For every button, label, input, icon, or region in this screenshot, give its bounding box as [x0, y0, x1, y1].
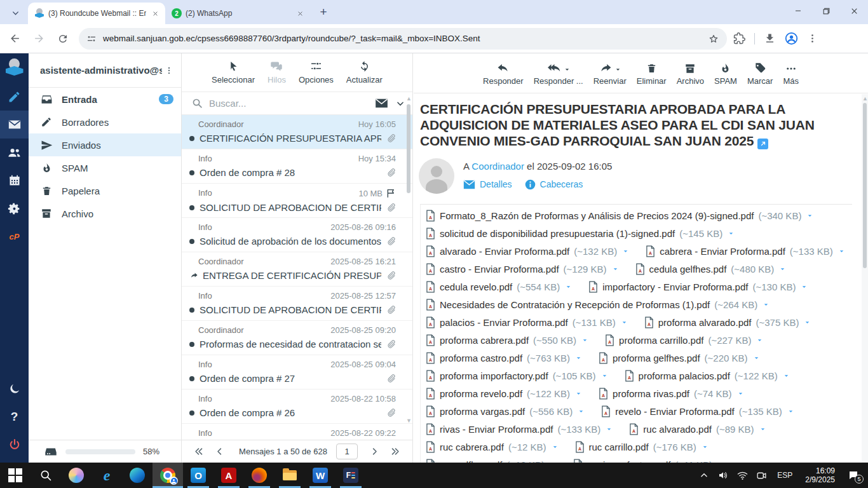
site-info-icon[interactable]: [86, 34, 97, 44]
attachment-menu-icon[interactable]: [581, 337, 588, 344]
attachment-name[interactable]: proforma imporfactory.pdf: [440, 370, 548, 381]
attachment-menu-icon[interactable]: [622, 248, 629, 255]
tab-whatsapp[interactable]: 2 (2) WhatsApp: [165, 3, 310, 24]
details-toggle[interactable]: Detalles: [463, 179, 512, 189]
attachment-item[interactable]: Aproforma vargas.pdf(~556 KB): [426, 405, 585, 418]
attachment-menu-icon[interactable]: [728, 230, 735, 237]
attachment-name[interactable]: proforma palacios.pdf: [639, 370, 730, 381]
attachment-name[interactable]: proforma castro.pdf: [440, 353, 522, 363]
spam-button[interactable]: SPAM: [714, 59, 737, 86]
mas-button[interactable]: Más: [783, 59, 799, 86]
attachment-menu-icon[interactable]: [787, 408, 794, 415]
attachment-menu-icon[interactable]: [779, 266, 786, 273]
responder-button[interactable]: Responder: [483, 59, 524, 86]
taskbar-search-button[interactable]: [31, 463, 61, 488]
sidebar-item-spam[interactable]: SPAM: [29, 156, 181, 179]
attachment-menu-icon[interactable]: [621, 319, 628, 326]
hilos-button[interactable]: Hilos: [268, 59, 286, 85]
meet-now-icon[interactable]: [753, 470, 770, 481]
attachment-item[interactable]: Aproforma palacios.pdf(~122 KB): [625, 370, 790, 383]
message-list-row[interactable]: CoordinadorHoy 16:05CERTIFICACIÓN PRESUP…: [182, 115, 412, 149]
attachment-menu-icon[interactable]: [552, 444, 559, 451]
restore-button[interactable]: [812, 0, 840, 22]
volume-icon[interactable]: [715, 470, 731, 480]
attachment-item[interactable]: Aimporfactory - Enviar Proforma.pdf(~130…: [588, 281, 808, 294]
tab-close-icon[interactable]: [150, 8, 160, 18]
reload-button[interactable]: [53, 29, 72, 48]
attachment-item[interactable]: AFormato_8_Razón de Proformas y Análisis…: [426, 210, 813, 222]
attachment-name[interactable]: ruc cabrera.pdf: [440, 442, 504, 452]
message-list-row[interactable]: Info2025-08-25 12:57SOLICITUD DE APROBAC…: [182, 287, 412, 321]
attachment-item[interactable]: Asolicitud de disponibilidad presupuesta…: [426, 227, 735, 240]
attachment-name[interactable]: palacios - Enviar Proforma.pdf: [440, 317, 568, 328]
sidebar-item-papelera[interactable]: Papelera: [29, 179, 181, 202]
flag-icon[interactable]: [386, 188, 396, 198]
message-list-row[interactable]: Info2025-08-22 10:58Orden de compra # 26: [182, 390, 412, 424]
attachment-menu-icon[interactable]: [806, 212, 813, 219]
attachment-name[interactable]: Necesidades de Contratación y Recepción …: [440, 299, 710, 310]
attachment-item[interactable]: Aruc alvarado.pdf(~89 KB): [629, 423, 766, 436]
attachment-item[interactable]: Arevelo - Enviar Proforma.pdf(~135 KB): [601, 405, 794, 418]
message-list-row[interactable]: Info2025-08-25 09:04Orden de compra # 27: [182, 355, 412, 390]
search-input[interactable]: [209, 98, 369, 109]
attachment-name[interactable]: proforma cabrera.pdf: [440, 335, 529, 346]
next-page-icon[interactable]: [364, 447, 385, 456]
first-page-icon[interactable]: [188, 447, 209, 456]
attachment-name[interactable]: revelo - Enviar Proforma.pdf: [615, 406, 735, 417]
taskbar-edge-button[interactable]: [122, 463, 153, 488]
message-list-row[interactable]: Info10 MBSOLICITUD DE APROBACION DE CERT…: [182, 184, 412, 218]
tab-search-button[interactable]: [6, 4, 24, 22]
tray-chevron-icon[interactable]: [696, 471, 712, 480]
attachment-menu-icon[interactable]: [702, 444, 709, 451]
downloads-icon[interactable]: [764, 32, 776, 44]
attachment-name[interactable]: cedula gelfhes.pdf: [649, 264, 727, 274]
attachment-item[interactable]: ANecesidades de Contratación y Recepción…: [426, 299, 770, 311]
sidebar-item-enviados[interactable]: Enviados: [29, 133, 181, 156]
attachment-name[interactable]: cedula revelo.pdf: [440, 281, 512, 292]
attachment-item[interactable]: Aproforma rivas.pdf(~74 KB): [599, 388, 744, 400]
attachment-name[interactable]: proforma alvarado.pdf: [658, 317, 752, 328]
attachment-item[interactable]: Aalvarado - Enviar Proforma.pdf(~132 KB): [426, 245, 629, 258]
attachment-name[interactable]: ruc alvarado.pdf: [643, 424, 712, 435]
attachment-menu-icon[interactable]: [783, 372, 790, 379]
attachment-name[interactable]: alvarado - Enviar Proforma.pdf: [440, 246, 569, 257]
archivo-button[interactable]: Archivo: [677, 59, 704, 86]
close-button[interactable]: [840, 0, 868, 22]
account-header[interactable]: asistente-administrativo@sa...: [29, 53, 181, 88]
new-tab-button[interactable]: +: [315, 4, 332, 20]
attachment-menu-icon[interactable]: [612, 266, 619, 273]
search-options-icon[interactable]: [396, 99, 405, 108]
message-list-row[interactable]: Coordinador2025-08-25 16:21ENTREGA DE CE…: [182, 252, 412, 287]
attachment-item[interactable]: Aproforma alvarado.pdf(~375 KB): [644, 316, 811, 329]
attachment-menu-icon[interactable]: [756, 337, 763, 344]
taskbar-copilot-button[interactable]: [61, 463, 92, 488]
reenviar-button[interactable]: Reenviar: [593, 59, 627, 86]
attachment-name[interactable]: ruc carrillo.pdf: [589, 442, 649, 452]
attachment-menu-icon[interactable]: [606, 426, 613, 433]
reading-scrollbar[interactable]: ▲: [862, 94, 868, 463]
taskbar-word-button[interactable]: W: [305, 463, 336, 488]
tab-close-icon[interactable]: [295, 8, 305, 18]
list-scrollbar[interactable]: ▲ ▼: [405, 93, 412, 439]
page-number-input[interactable]: 1: [336, 444, 358, 459]
attachment-item[interactable]: Acastro - Enviar Proforma.pdf(~129 KB): [426, 263, 619, 276]
taskbar-firefox-button[interactable]: [244, 463, 275, 488]
sidebar-item-archivo[interactable]: Archivo: [29, 202, 181, 225]
attachment-item[interactable]: Aproforma gelfhes.pdf(~220 KB): [599, 352, 760, 365]
attachment-item[interactable]: Aproforma carrillo.pdf(~227 KB): [605, 334, 763, 347]
message-list-row[interactable]: Coordinador2025-08-25 09:20Proformas de …: [182, 321, 412, 355]
logout-button[interactable]: [0, 431, 29, 459]
taskbar-explorer-button[interactable]: [275, 463, 305, 488]
attachment-menu-icon[interactable]: [763, 301, 770, 308]
attachment-menu-icon[interactable]: [575, 355, 582, 362]
attachment-name[interactable]: rivas - Enviar Proforma.pdf: [440, 424, 553, 435]
browser-menu-icon[interactable]: [807, 33, 818, 44]
taskbar-outlook-button[interactable]: O: [183, 463, 214, 488]
attachment-item[interactable]: Acedula gelfhes.pdf(~480 KB): [635, 263, 787, 276]
opciones-button[interactable]: Opciones: [299, 59, 334, 85]
taskbar-chrome-button[interactable]: [153, 463, 183, 488]
eliminar-button[interactable]: Eliminar: [637, 59, 667, 86]
search-scope-icon[interactable]: [375, 98, 388, 109]
attachment-name[interactable]: cabrera - Enviar Proforma.pdf: [660, 246, 785, 257]
profile-avatar-icon[interactable]: [785, 32, 798, 45]
